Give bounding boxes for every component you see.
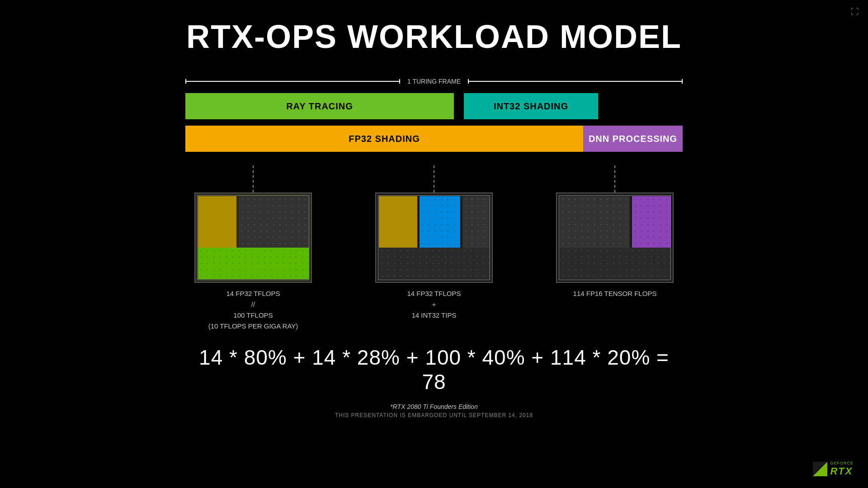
chip1-border-inner (197, 195, 309, 280)
bar-gap1 (454, 93, 464, 119)
chip2-container: 14 FP32 TFLOPS + 14 INT32 TIPS (366, 165, 502, 332)
chip1-caption-line1: 14 FP32 TFLOPS (226, 290, 280, 297)
formula-row: 14 * 80% + 14 * 28% + 100 * 40% + 114 * … (185, 345, 683, 394)
chip3-caption: 114 FP16 TENSOR FLOPS (573, 288, 657, 299)
chip2-caption-line2: + (432, 300, 436, 308)
nvidia-rtx-text: RTX (830, 465, 853, 477)
nvidia-eye-icon (813, 462, 827, 476)
chip3-image (556, 192, 674, 283)
footer-row: *RTX 2080 Ti Founders Edition THIS PRESE… (185, 403, 683, 418)
page-title: RTX-OPS WORKLOAD MODEL (186, 18, 682, 55)
frame-label: 1 TURING FRAME (400, 78, 468, 85)
nvidia-logo: GEFORCE RTX (813, 461, 854, 477)
footer-embargo: THIS PRESENTATION IS EMBARGOED UNTIL SEP… (185, 412, 683, 418)
chip3-caption-line1: 114 FP16 TENSOR FLOPS (573, 290, 657, 297)
frame-label-row: 1 TURING FRAME (185, 78, 683, 85)
chip1-dashed-line (253, 165, 254, 192)
chip1-caption: 14 FP32 TFLOPS // 100 TFLOPS (10 TFLOPS … (208, 288, 298, 332)
chip1-caption-line2: // (251, 300, 255, 308)
ray-tracing-bar: RAY TRACING (185, 93, 454, 119)
dnn-processing-bar: DNN PROCESSING (583, 126, 683, 152)
frame-line (185, 81, 400, 82)
chip2-caption-line3: 14 INT32 TIPS (412, 311, 457, 319)
bars-row2: FP32 SHADING DNN PROCESSING (185, 126, 683, 152)
chip2-caption-line1: 14 FP32 TFLOPS (407, 290, 461, 297)
expand-icon[interactable]: ⛶ (851, 7, 859, 17)
chip3-container: 114 FP16 TENSOR FLOPS (547, 165, 683, 332)
nvidia-brand: GEFORCE RTX (830, 461, 854, 477)
chip2-image (375, 192, 493, 283)
chip1-caption-line4: (10 TFLOPS PER GIGA RAY) (208, 322, 298, 330)
footer-rtx: *RTX 2080 Ti Founders Edition (185, 403, 683, 410)
chip2-caption: 14 FP32 TFLOPS + 14 INT32 TIPS (407, 288, 461, 321)
chip3-border-inner (559, 195, 671, 280)
main-container: RTX-OPS WORKLOAD MODEL 1 TURING FRAME RA… (0, 0, 868, 488)
chip1-caption-line3: 100 TFLOPS (233, 311, 273, 319)
frame-section: 1 TURING FRAME (185, 78, 683, 89)
chip2-dashed-line (434, 165, 434, 192)
chip3-dashed-line (614, 165, 615, 192)
fp32-shading-bar: FP32 SHADING (185, 126, 583, 152)
chips-row: 14 FP32 TFLOPS // 100 TFLOPS (10 TFLOPS … (185, 165, 683, 332)
chip2-border-inner (378, 195, 490, 280)
chip1-container: 14 FP32 TFLOPS // 100 TFLOPS (10 TFLOPS … (185, 165, 321, 332)
int32-shading-bar: INT32 SHADING (464, 93, 598, 119)
nvidia-geforce-text: GEFORCE (830, 461, 854, 465)
chip1-image (194, 192, 312, 283)
bars-row1: RAY TRACING INT32 SHADING (185, 93, 683, 119)
frame-line-right (468, 81, 683, 82)
